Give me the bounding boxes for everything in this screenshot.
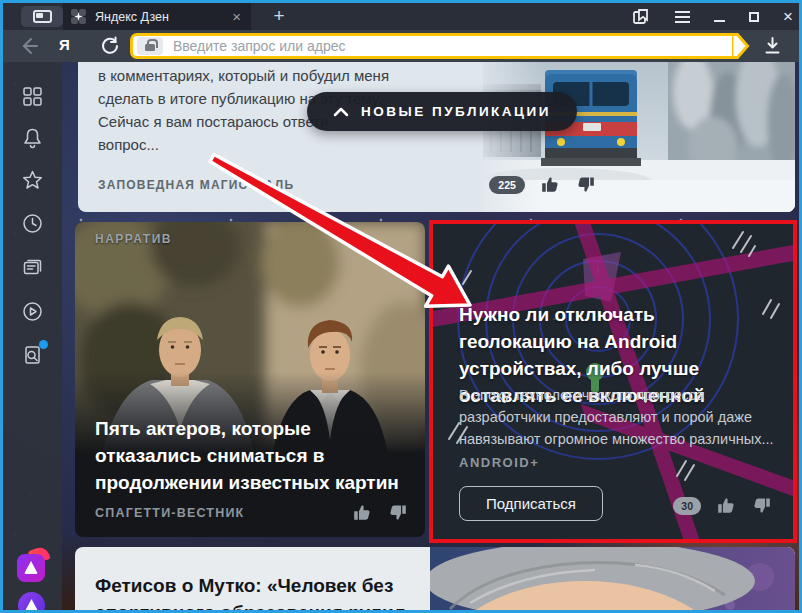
downloads-icon[interactable] <box>763 37 782 59</box>
alice-app-icon[interactable] <box>18 592 45 610</box>
browser-window: Яндекс Дзен × + × Я <box>0 0 802 613</box>
apps-grid-icon[interactable] <box>20 84 45 109</box>
tab-title: Яндекс Дзен <box>95 10 230 24</box>
address-input[interactable] <box>173 38 728 54</box>
subscribe-button[interactable]: Подписаться <box>459 486 603 521</box>
channel-name[interactable]: ЗАПОВЕДНАЯ МАГИСТРАЛЬ <box>98 178 294 192</box>
refresh-button[interactable] <box>99 35 121 61</box>
tableau-icon <box>33 10 52 23</box>
feed-card-geolocation-highlighted[interactable]: Нужно ли отключать геолокацию на Android… <box>429 220 797 543</box>
collections-pages-icon[interactable] <box>20 254 45 279</box>
comments-badge[interactable]: 30 <box>673 497 701 515</box>
feed-card-train[interactable]: в комментариях, который и побудил меня с… <box>78 62 795 212</box>
chevron-up-icon <box>333 107 349 117</box>
card-title: Пять актеров, которые отказались снимать… <box>95 415 405 496</box>
address-bar-arrow-tip <box>732 33 750 59</box>
security-lock-chip[interactable] <box>137 37 163 55</box>
feed-card-fetisov[interactable]: Фетисов о Мутко: «Человек без спортивног… <box>75 547 795 610</box>
toolbar: Я <box>3 30 799 62</box>
tableau-button[interactable] <box>21 6 63 27</box>
bookmarks-panel-icon[interactable] <box>633 9 651 25</box>
window-minimize-button[interactable] <box>714 20 725 22</box>
new-posts-label: НОВЫЕ ПУБЛИКАЦИИ <box>361 104 551 119</box>
notification-dot <box>39 340 48 349</box>
menu-icon[interactable] <box>675 16 690 18</box>
titlebar: Яндекс Дзен × + × <box>3 3 799 30</box>
card-description: В эпоху технологического прогресса разра… <box>459 384 784 450</box>
new-posts-button[interactable]: НОВЫЕ ПУБЛИКАЦИИ <box>307 92 577 131</box>
page-search-icon[interactable] <box>20 343 45 368</box>
feed-card-actors[interactable]: НАРРАТИВ Пять актеров, которые отказалис… <box>75 222 425 537</box>
video-play-icon[interactable] <box>20 299 45 324</box>
channel-name[interactable]: ANDROID+ <box>459 455 539 470</box>
bookmarks-star-icon[interactable] <box>20 168 45 193</box>
new-tab-button[interactable]: + <box>265 3 293 30</box>
tab-yandex-zen[interactable]: Яндекс Дзен × <box>63 3 251 30</box>
lock-icon <box>145 44 155 51</box>
notifications-bell-icon[interactable] <box>20 126 45 151</box>
like-button[interactable] <box>353 503 372 522</box>
address-bar[interactable] <box>130 33 750 59</box>
channel-name[interactable]: СПАГЕТТИ-ВЕСТНИК <box>95 506 337 520</box>
like-button[interactable] <box>541 175 560 194</box>
sidebar <box>3 62 62 610</box>
dislike-button[interactable] <box>576 175 595 194</box>
comments-badge[interactable]: 225 <box>489 176 525 194</box>
back-button[interactable] <box>17 35 39 61</box>
yandex-logo[interactable]: Я <box>59 36 70 53</box>
window-maximize-button[interactable] <box>749 12 759 22</box>
dislike-button[interactable] <box>752 496 771 515</box>
portrait-photo <box>430 547 795 610</box>
zen-app-icon[interactable] <box>17 554 45 582</box>
card-title: Фетисов о Мутко: «Человек без спортивног… <box>95 572 406 610</box>
window-close-button[interactable]: × <box>783 8 793 25</box>
like-button[interactable] <box>717 496 736 515</box>
dislike-button[interactable] <box>388 503 407 522</box>
zen-favicon-icon <box>71 9 86 24</box>
history-clock-icon[interactable] <box>20 211 45 236</box>
tab-close-icon[interactable]: × <box>230 9 243 24</box>
format-tag: НАРРАТИВ <box>95 232 172 246</box>
content-area: в комментариях, который и побудил меня с… <box>3 62 799 610</box>
